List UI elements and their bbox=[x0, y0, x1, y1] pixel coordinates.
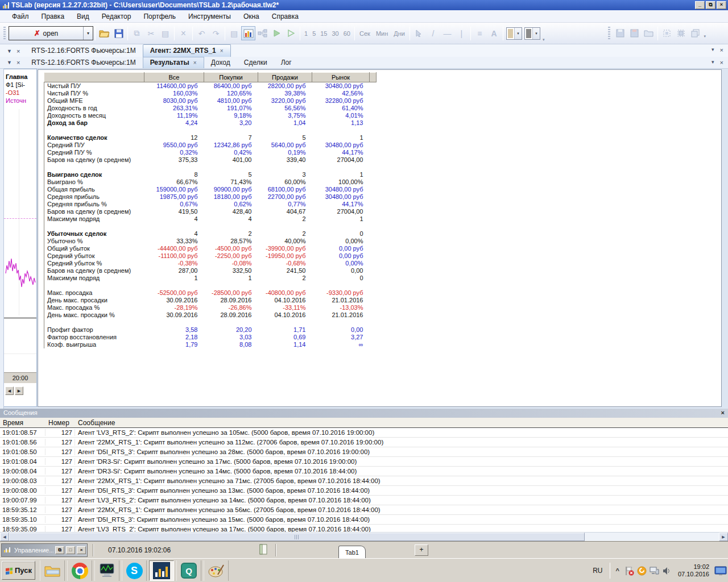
close-icon[interactable]: × bbox=[220, 48, 224, 54]
results-column-header[interactable]: Продажи bbox=[258, 73, 312, 82]
taskbar-item-skype[interactable]: S bbox=[122, 560, 147, 581]
scroll-right-button[interactable]: ▶ bbox=[15, 386, 23, 395]
add-tab-button[interactable]: + bbox=[415, 544, 428, 556]
taskbar-item-explorer[interactable] bbox=[40, 560, 65, 581]
properties-icon[interactable]: ▤ bbox=[227, 26, 241, 40]
language-indicator[interactable]: RU bbox=[588, 567, 607, 575]
menu-item[interactable]: Правка bbox=[35, 11, 71, 22]
taskbar-item-quik[interactable]: Q bbox=[176, 560, 201, 581]
taskbar-item-tslab[interactable] bbox=[149, 560, 174, 581]
close-icon[interactable]: × bbox=[193, 60, 197, 66]
doc-tab[interactable]: RTS-12.16:FORTS Фьючерсы:1M bbox=[24, 45, 142, 57]
log-row[interactable]: 19:01:08.04127Агент 'DR3-Si': Скрипт вып… bbox=[0, 457, 728, 467]
toolbar-grip[interactable] bbox=[3, 27, 6, 40]
doc-tab[interactable]: Агент: 22MX_RTS_1× bbox=[143, 44, 231, 57]
interval-button[interactable]: 15 bbox=[318, 30, 329, 37]
line-style-combo[interactable]: ▾ bbox=[506, 27, 522, 40]
volume-icon[interactable] bbox=[661, 567, 673, 575]
view-tab[interactable]: Доход bbox=[204, 57, 237, 68]
timeframe-unit-button[interactable]: Мин bbox=[373, 30, 391, 37]
taskbar-item-paint[interactable] bbox=[204, 560, 229, 581]
tab-list-dropdown-icon[interactable]: ▾ bbox=[712, 47, 714, 53]
view-tab[interactable]: Сделки bbox=[237, 57, 274, 68]
results-column-header[interactable]: Все bbox=[144, 73, 204, 82]
restore-button[interactable]: ⧉ bbox=[706, 1, 715, 9]
menu-item[interactable]: Портфель bbox=[137, 11, 182, 22]
messages-hscrollbar[interactable]: ◀ ▶ bbox=[0, 532, 728, 541]
close-button[interactable]: × bbox=[77, 546, 86, 554]
column-header-message[interactable]: Сообщение bbox=[75, 419, 728, 427]
restore-button[interactable]: ⧉ bbox=[55, 546, 64, 554]
action-center-flag-icon[interactable] bbox=[623, 566, 636, 576]
mini-window-titlebar[interactable]: Управление... ⧉ □ × bbox=[1, 543, 88, 557]
frame-add-icon[interactable] bbox=[660, 26, 674, 40]
view-tab[interactable]: Результаты× bbox=[143, 57, 204, 68]
interval-button[interactable]: 60 bbox=[341, 30, 353, 37]
open-agent-button[interactable]: ✗open ▾ bbox=[9, 26, 93, 40]
frame-grid-icon[interactable] bbox=[674, 26, 688, 40]
scroll-left-button[interactable]: ◀ bbox=[5, 386, 14, 395]
close-icon[interactable]: × bbox=[720, 59, 723, 66]
menu-item[interactable]: Справка bbox=[266, 11, 305, 22]
save-layout-as-icon[interactable] bbox=[627, 26, 642, 40]
start-button[interactable]: Пуск bbox=[2, 561, 35, 580]
run-all-icon[interactable] bbox=[284, 26, 298, 40]
dock-icon[interactable]: ▼ bbox=[7, 48, 12, 54]
menu-item[interactable]: Файл bbox=[6, 11, 35, 22]
minimize-button[interactable]: _ bbox=[695, 1, 705, 9]
hline-icon[interactable]: — bbox=[440, 26, 454, 40]
chart-sidebar-panel[interactable]: ГлавнаФ1 [Si--О31Источн 20:00 ◀ ▶ bbox=[4, 69, 37, 407]
interval-button[interactable]: 1 bbox=[302, 30, 310, 37]
levels-icon[interactable]: ≡ bbox=[473, 26, 487, 40]
view-tab[interactable]: Лог bbox=[274, 57, 299, 68]
log-row[interactable]: 18:59:35.12127Агент '22MX_RTS_1': Скрипт… bbox=[0, 505, 728, 515]
text-label-icon[interactable]: A bbox=[487, 26, 501, 40]
paste-icon[interactable]: ▤ bbox=[158, 26, 172, 40]
vline-icon[interactable]: | bbox=[454, 26, 469, 40]
log-row[interactable]: 19:00:08.03127Агент '22MX_RTS_1': Скрипт… bbox=[0, 476, 728, 486]
menu-item[interactable]: Окна bbox=[237, 11, 266, 22]
log-row[interactable]: 19:01:08.56127Агент '22MX_RTS_1': Скрипт… bbox=[0, 438, 728, 447]
collapsed-panel-strip[interactable] bbox=[0, 69, 4, 409]
notes-icon[interactable] bbox=[259, 544, 267, 556]
menu-item[interactable]: Вид bbox=[71, 11, 96, 22]
tray-expand-icon[interactable]: ^ bbox=[612, 567, 623, 574]
load-layout-icon[interactable] bbox=[642, 26, 656, 40]
scroll-left-button[interactable]: ◀ bbox=[0, 533, 9, 541]
chart-view-icon[interactable] bbox=[241, 26, 255, 40]
toolbar-overflow-icon[interactable]: ▾ bbox=[543, 38, 545, 42]
toolbar-overflow-icon[interactable]: ▾ bbox=[704, 34, 706, 39]
log-row[interactable]: 19:00:08.04127Агент 'DR3-Si': Скрипт вып… bbox=[0, 467, 728, 476]
log-row[interactable]: 19:01:08.50127Агент 'D5I_RTS_3': Скрипт … bbox=[0, 447, 728, 457]
column-header-time[interactable]: Время bbox=[0, 419, 46, 427]
dock-icon[interactable]: ▼ bbox=[7, 60, 12, 65]
log-row[interactable]: 19:00:07.99127Агент 'LV3_RTS_2': Скрипт … bbox=[0, 496, 728, 505]
open-file-icon[interactable] bbox=[97, 26, 111, 40]
script-diagram-icon[interactable] bbox=[255, 26, 270, 40]
view-tab[interactable]: RTS-12.16:FORTS Фьючерсы:1M bbox=[24, 57, 142, 68]
close-icon[interactable]: × bbox=[720, 47, 723, 53]
timeframe-unit-button[interactable]: Дни bbox=[391, 30, 408, 37]
timeframe-unit-button[interactable]: Сек bbox=[357, 30, 373, 37]
column-header-number[interactable]: Номер bbox=[46, 419, 75, 427]
log-row[interactable]: 19:01:08.57127Агент 'LV3_RTS_2': Скрипт … bbox=[0, 428, 728, 438]
log-row[interactable]: 18:59:35.09127Агент 'LV3_RTS_2': Скрипт … bbox=[0, 525, 728, 532]
copy-icon[interactable]: ⧉ bbox=[130, 26, 144, 40]
delete-icon[interactable]: × bbox=[176, 26, 191, 40]
line-color-combo[interactable]: ▾ bbox=[524, 27, 540, 40]
close-icon[interactable]: × bbox=[721, 409, 725, 418]
taskbar-clock[interactable]: 19:02 07.10.2016 bbox=[673, 563, 714, 578]
interval-button[interactable]: 30 bbox=[330, 30, 341, 37]
results-column-header[interactable]: Покупки bbox=[204, 73, 258, 82]
results-column-header[interactable]: Рынок bbox=[312, 73, 370, 82]
log-row[interactable]: 19:00:08.00127Агент 'D5I_RTS_3': Скрипт … bbox=[0, 486, 728, 496]
open-dropdown-arrow[interactable]: ▾ bbox=[83, 27, 93, 40]
close-button[interactable]: × bbox=[717, 1, 726, 9]
pages-icon[interactable] bbox=[688, 26, 702, 40]
workspace-tab[interactable]: Tab1 bbox=[338, 546, 366, 558]
pointer-icon[interactable] bbox=[412, 26, 426, 40]
network-icon[interactable] bbox=[648, 566, 661, 575]
taskbar-item-task-manager[interactable] bbox=[94, 560, 119, 581]
scrollbar-thumb[interactable] bbox=[9, 533, 585, 541]
menu-item[interactable]: Редактор bbox=[96, 11, 138, 22]
